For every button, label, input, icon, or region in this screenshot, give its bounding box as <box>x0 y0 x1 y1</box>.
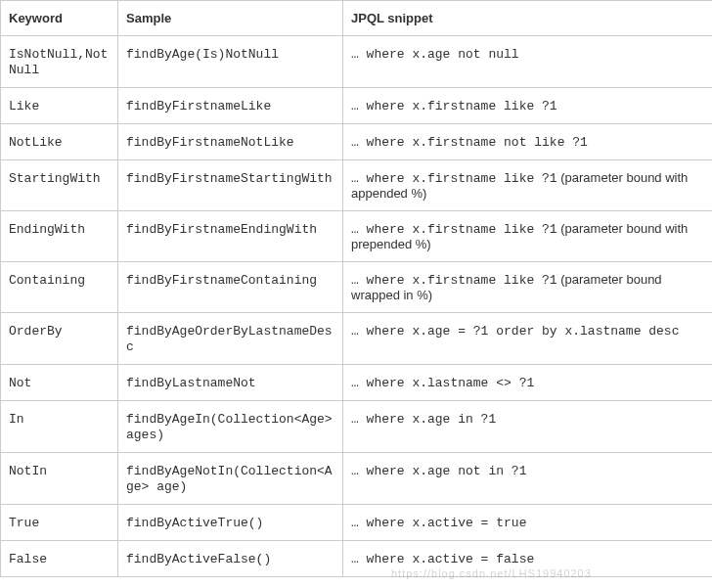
cell-sample: findByFirstnameLike <box>126 99 271 113</box>
cell-jpql: … where x.active = true <box>351 516 526 530</box>
cell-jpql: … where x.firstname like ?1 <box>351 222 557 237</box>
cell-keyword: EndingWith <box>9 222 85 237</box>
table-row: Not findByLastnameNot … where x.lastname… <box>1 365 713 401</box>
cell-sample: findByAgeIn(Collection<Age> ages) <box>126 412 333 442</box>
table-row: StartingWith findByFirstnameStartingWith… <box>1 160 713 211</box>
table-row: True findByActiveTrue() … where x.active… <box>1 505 713 541</box>
table-row: OrderBy findByAgeOrderByLastnameDesc … w… <box>1 313 713 365</box>
table-row: In findByAgeIn(Collection<Age> ages) … w… <box>1 401 713 453</box>
cell-sample: findByActiveFalse() <box>126 552 271 566</box>
cell-jpql: … where x.age not null <box>351 47 519 62</box>
header-keyword: Keyword <box>1 1 118 36</box>
cell-keyword: IsNotNull,NotNull <box>9 47 108 77</box>
cell-keyword: OrderBy <box>9 324 63 339</box>
cell-sample: findByFirstnameStartingWith <box>126 171 333 186</box>
cell-keyword: False <box>9 552 47 566</box>
cell-keyword: NotIn <box>9 464 47 478</box>
cell-jpql: … where x.firstname not like ?1 <box>351 135 588 150</box>
keyword-table: Keyword Sample JPQL snippet IsNotNull,No… <box>0 0 712 577</box>
table-body: IsNotNull,NotNull findByAge(Is)NotNull …… <box>1 36 713 577</box>
cell-jpql: … where x.firstname like ?1 <box>351 171 557 186</box>
table-row: IsNotNull,NotNull findByAge(Is)NotNull …… <box>1 36 713 88</box>
cell-keyword: Like <box>9 99 39 113</box>
cell-jpql: … where x.age in ?1 <box>351 412 496 427</box>
cell-jpql: … where x.firstname like ?1 <box>351 273 557 288</box>
cell-sample: findByAgeOrderByLastnameDesc <box>126 324 333 354</box>
cell-jpql: … where x.age = ?1 order by x.lastname d… <box>351 324 679 339</box>
table-header-row: Keyword Sample JPQL snippet <box>1 1 713 36</box>
header-jpql: JPQL snippet <box>343 1 713 36</box>
cell-keyword: NotLike <box>9 135 63 150</box>
cell-jpql: … where x.firstname like ?1 <box>351 99 557 113</box>
cell-sample: findByFirstnameContaining <box>126 273 317 288</box>
cell-jpql: … where x.active = false <box>351 552 534 566</box>
cell-sample: findByAge(Is)NotNull <box>126 47 279 62</box>
cell-sample: findByFirstnameNotLike <box>126 135 294 150</box>
table-row: False findByActiveFalse() … where x.acti… <box>1 541 713 577</box>
table-row: EndingWith findByFirstnameEndingWith … w… <box>1 211 713 262</box>
table-row: NotLike findByFirstnameNotLike … where x… <box>1 124 713 160</box>
cell-keyword: In <box>9 412 24 427</box>
cell-keyword: True <box>9 516 39 530</box>
cell-jpql: … where x.age not in ?1 <box>351 464 526 478</box>
header-sample: Sample <box>118 1 343 36</box>
cell-sample: findByLastnameNot <box>126 376 256 390</box>
table-row: NotIn findByAgeNotIn(Collection<Age> age… <box>1 453 713 505</box>
cell-sample: findByActiveTrue() <box>126 516 263 530</box>
cell-keyword: Not <box>9 376 31 390</box>
cell-jpql: … where x.lastname <> ?1 <box>351 376 534 390</box>
table-row: Like findByFirstnameLike … where x.first… <box>1 88 713 124</box>
cell-keyword: StartingWith <box>9 171 101 186</box>
table-row: Containing findByFirstnameContaining … w… <box>1 262 713 313</box>
cell-sample: findByAgeNotIn(Collection<Age> age) <box>126 464 333 494</box>
cell-keyword: Containing <box>9 273 85 288</box>
cell-sample: findByFirstnameEndingWith <box>126 222 317 237</box>
